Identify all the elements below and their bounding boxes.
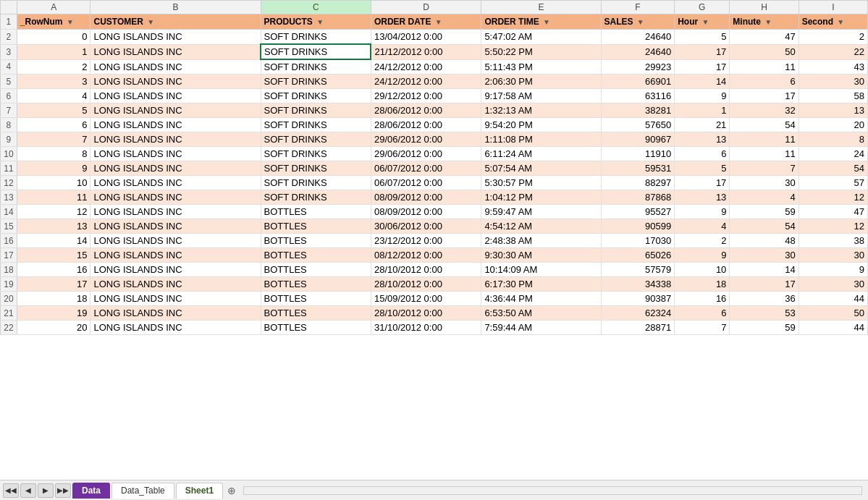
cell-hour[interactable]: 5: [675, 161, 730, 176]
cell-sales[interactable]: 90599: [601, 219, 675, 234]
header-ordertime[interactable]: ORDER TIME ▼: [481, 14, 601, 30]
cell-products[interactable]: BOTTLES: [261, 248, 371, 263]
cell-products[interactable]: SOFT DRINKS: [261, 44, 371, 59]
cell-minute[interactable]: 36: [730, 292, 799, 306]
cell-orderdate[interactable]: 15/09/2012 0:00: [371, 292, 481, 306]
cell-products[interactable]: SOFT DRINKS: [261, 176, 371, 190]
cell-ordertime[interactable]: 5:07:54 AM: [481, 161, 601, 176]
cell-products[interactable]: SOFT DRINKS: [261, 132, 371, 147]
tab-sheet1[interactable]: Sheet1: [176, 483, 223, 499]
cell-sales[interactable]: 24640: [601, 30, 675, 45]
cell-second[interactable]: 43: [799, 59, 867, 75]
cell-ordertime[interactable]: 6:53:50 AM: [481, 306, 601, 321]
cell-second[interactable]: 30: [799, 75, 867, 89]
cell-products[interactable]: SOFT DRINKS: [261, 89, 371, 103]
cell-minute[interactable]: 17: [730, 277, 799, 292]
cell-orderdate[interactable]: 30/06/2012 0:00: [371, 219, 481, 234]
cell-sales[interactable]: 11910: [601, 147, 675, 161]
cell-customer[interactable]: LONG ISLANDS INC: [90, 321, 261, 335]
cell-products[interactable]: SOFT DRINKS: [261, 190, 371, 205]
cell-hour[interactable]: 5: [675, 30, 730, 45]
cell-second[interactable]: 12: [799, 219, 867, 234]
cell-products[interactable]: BOTTLES: [261, 205, 371, 219]
cell-ordertime[interactable]: 5:11:43 PM: [481, 59, 601, 75]
cell-customer[interactable]: LONG ISLANDS INC: [90, 89, 261, 103]
cell-second[interactable]: 20: [799, 118, 867, 132]
cell-customer[interactable]: LONG ISLANDS INC: [90, 132, 261, 147]
cell-sales[interactable]: 29923: [601, 59, 675, 75]
cell-products[interactable]: SOFT DRINKS: [261, 30, 371, 45]
cell-hour[interactable]: 14: [675, 75, 730, 89]
cell-rownum[interactable]: 10: [17, 176, 90, 190]
cell-products[interactable]: BOTTLES: [261, 292, 371, 306]
col-header-f[interactable]: F: [601, 1, 675, 14]
cell-hour[interactable]: 21: [675, 118, 730, 132]
cell-minute[interactable]: 11: [730, 147, 799, 161]
dropdown-icon-second[interactable]: ▼: [837, 18, 844, 26]
cell-customer[interactable]: LONG ISLANDS INC: [90, 103, 261, 118]
cell-products[interactable]: BOTTLES: [261, 219, 371, 234]
cell-orderdate[interactable]: 08/09/2012 0:00: [371, 190, 481, 205]
cell-minute[interactable]: 53: [730, 306, 799, 321]
dropdown-icon-hour[interactable]: ▼: [701, 18, 709, 26]
cell-ordertime[interactable]: 6:17:30 PM: [481, 277, 601, 292]
cell-rownum[interactable]: 7: [17, 132, 90, 147]
cell-products[interactable]: BOTTLES: [261, 277, 371, 292]
cell-products[interactable]: SOFT DRINKS: [261, 75, 371, 89]
cell-minute[interactable]: 30: [730, 248, 799, 263]
cell-rownum[interactable]: 11: [17, 190, 90, 205]
cell-products[interactable]: BOTTLES: [261, 234, 371, 248]
cell-ordertime[interactable]: 7:59:44 AM: [481, 321, 601, 335]
cell-sales[interactable]: 24640: [601, 44, 675, 59]
cell-rownum[interactable]: 20: [17, 321, 90, 335]
cell-sales[interactable]: 17030: [601, 234, 675, 248]
cell-rownum[interactable]: 16: [17, 263, 90, 277]
cell-customer[interactable]: LONG ISLANDS INC: [90, 277, 261, 292]
cell-ordertime[interactable]: 1:04:12 PM: [481, 190, 601, 205]
cell-sales[interactable]: 28871: [601, 321, 675, 335]
cell-hour[interactable]: 17: [675, 44, 730, 59]
cell-orderdate[interactable]: 28/10/2012 0:00: [371, 277, 481, 292]
cell-hour[interactable]: 9: [675, 248, 730, 263]
cell-ordertime[interactable]: 1:32:13 AM: [481, 103, 601, 118]
cell-minute[interactable]: 59: [730, 321, 799, 335]
horizontal-scrollbar[interactable]: [243, 486, 862, 495]
cell-ordertime[interactable]: 4:36:44 PM: [481, 292, 601, 306]
tab-nav-first[interactable]: ◀◀: [3, 483, 19, 498]
cell-rownum[interactable]: 15: [17, 248, 90, 263]
cell-orderdate[interactable]: 28/10/2012 0:00: [371, 263, 481, 277]
tab-nav-last[interactable]: ▶▶: [55, 483, 71, 498]
cell-customer[interactable]: LONG ISLANDS INC: [90, 118, 261, 132]
cell-rownum[interactable]: 6: [17, 118, 90, 132]
cell-orderdate[interactable]: 21/12/2012 0:00: [371, 44, 481, 59]
cell-second[interactable]: 54: [799, 161, 867, 176]
cell-orderdate[interactable]: 28/10/2012 0:00: [371, 306, 481, 321]
cell-second[interactable]: 44: [799, 292, 867, 306]
cell-orderdate[interactable]: 29/06/2012 0:00: [371, 132, 481, 147]
cell-rownum[interactable]: 12: [17, 205, 90, 219]
cell-sales[interactable]: 34338: [601, 277, 675, 292]
cell-hour[interactable]: 9: [675, 205, 730, 219]
cell-hour[interactable]: 17: [675, 176, 730, 190]
cell-ordertime[interactable]: 4:54:12 AM: [481, 219, 601, 234]
header-products[interactable]: PRODUCTS ▼: [261, 14, 371, 30]
col-header-c[interactable]: C: [261, 1, 371, 14]
cell-sales[interactable]: 63116: [601, 89, 675, 103]
cell-rownum[interactable]: 18: [17, 292, 90, 306]
cell-second[interactable]: 24: [799, 147, 867, 161]
cell-hour[interactable]: 2: [675, 234, 730, 248]
cell-rownum[interactable]: 13: [17, 219, 90, 234]
cell-second[interactable]: 57: [799, 176, 867, 190]
cell-ordertime[interactable]: 6:11:24 AM: [481, 147, 601, 161]
cell-orderdate[interactable]: 24/12/2012 0:00: [371, 75, 481, 89]
cell-second[interactable]: 50: [799, 306, 867, 321]
cell-minute[interactable]: 32: [730, 103, 799, 118]
cell-minute[interactable]: 14: [730, 263, 799, 277]
cell-ordertime[interactable]: 10:14:09 AM: [481, 263, 601, 277]
cell-orderdate[interactable]: 31/10/2012 0:00: [371, 321, 481, 335]
cell-products[interactable]: BOTTLES: [261, 321, 371, 335]
cell-hour[interactable]: 10: [675, 263, 730, 277]
cell-hour[interactable]: 1: [675, 103, 730, 118]
cell-hour[interactable]: 17: [675, 59, 730, 75]
cell-customer[interactable]: LONG ISLANDS INC: [90, 44, 261, 59]
